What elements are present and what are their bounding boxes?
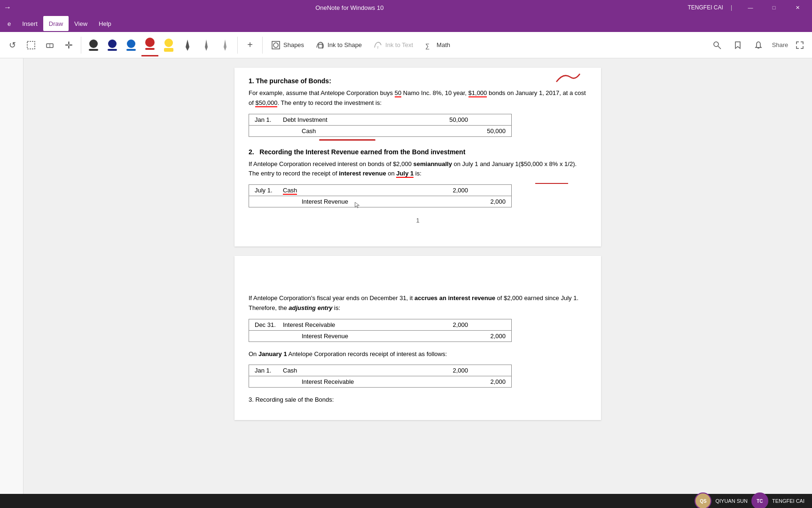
lasso-select-button[interactable] (23, 36, 39, 55)
move-button[interactable]: ✛ (60, 36, 77, 55)
shapes-icon (271, 40, 281, 50)
minimize-button[interactable]: — (740, 0, 761, 15)
undo-button[interactable]: ↺ (4, 36, 21, 55)
pen-fine1[interactable] (179, 34, 196, 56)
main-area: 1. The purchase of Bonds: For example, a… (0, 58, 812, 494)
share-button[interactable]: Share (771, 36, 788, 55)
maximize-button[interactable]: □ (763, 0, 785, 15)
journal-row-1: Jan 1. Debt Investment 50,000 (249, 114, 511, 125)
back-icon[interactable]: → (4, 3, 11, 12)
journal-debit-3: 2,000 (430, 187, 468, 194)
journal-account-debit-2: Cash (283, 187, 430, 194)
journal-row-2: Cash 50,000 (249, 125, 511, 136)
avatar-container: QS QIYUAN SUN TC TENGFEI CAI (695, 492, 804, 508)
underline-50: 50 (395, 89, 401, 97)
journal-dec-debit-1: 2,000 (430, 321, 468, 328)
journal-jan-date-1: Jan 1. (255, 367, 283, 374)
pen-indicator-black (89, 49, 98, 51)
journal-dec-row-1: Dec 31. Interest Receivable 2,000 (249, 319, 511, 330)
semiannually-bold: semiannually (414, 160, 452, 167)
bell-button[interactable] (750, 36, 767, 55)
pen-darkblue[interactable] (104, 34, 121, 56)
pen-dot-yellow (164, 39, 173, 47)
pen-dot-blue (127, 40, 135, 48)
red-line-cash (319, 139, 375, 141)
journal-dec: Dec 31. Interest Receivable 2,000 Intere… (249, 319, 512, 342)
move-icon: ✛ (65, 40, 73, 51)
journal-credit-2: 50,000 (468, 127, 506, 135)
bell-icon (754, 41, 763, 49)
pen-red[interactable] (141, 34, 158, 56)
highlighter-yellow[interactable] (160, 34, 177, 56)
pen-indicator-red (145, 48, 155, 50)
pen-blue[interactable] (123, 34, 140, 56)
ink-to-text-tool[interactable]: T Ink to Text (368, 39, 418, 52)
ink-to-shape-label: Ink to Shape (328, 41, 362, 48)
search-icon (713, 41, 721, 49)
separator-1 (81, 37, 81, 54)
math-label: Math (437, 41, 450, 48)
svg-rect-0 (27, 41, 35, 49)
add-button[interactable]: + (242, 36, 258, 55)
menubar: e Insert Draw View Help (0, 15, 812, 32)
math-tool[interactable]: ∑ Math (420, 39, 455, 52)
red-annotation-2 (535, 179, 573, 190)
titlebar-right: TENGFEI CAI | — □ ✕ (688, 0, 808, 15)
pen-black[interactable] (85, 34, 102, 56)
january1-bold: January 1 (258, 350, 287, 357)
fine-pen-icon-1 (183, 39, 192, 52)
avatar-user2: TC (751, 492, 768, 508)
underline-50000: $50,000 (255, 99, 277, 107)
menu-view[interactable]: View (69, 16, 93, 31)
close-button[interactable]: ✕ (787, 0, 808, 15)
content-area[interactable]: 1. The purchase of Bonds: For example, a… (23, 58, 812, 494)
pen-dot-darkblue (108, 40, 117, 48)
pen-indicator-yellow (164, 48, 173, 52)
cash-redmark: Cash (283, 187, 297, 195)
bookmark-button[interactable] (729, 36, 746, 55)
pen-fine3[interactable] (217, 34, 234, 56)
avatar-initials-2: TC (757, 499, 763, 504)
ink-to-shape-tool[interactable]: Ink to Shape (311, 39, 367, 52)
shapes-tool[interactable]: Shapes (266, 39, 309, 52)
section1-body: For example, assume that Antelope Corpor… (249, 88, 587, 108)
menu-insert[interactable]: Insert (16, 16, 43, 31)
avatar-initials-1: QS (700, 499, 706, 504)
journal-1: Jan 1. Debt Investment 50,000 Cash 50,00… (249, 114, 512, 137)
pen-indicator-darkblue (108, 49, 117, 51)
journal-dec-credit-2: 2,000 (468, 333, 506, 340)
ink-to-text-label: Ink to Text (385, 41, 413, 48)
pen-dot-black (89, 40, 98, 48)
svg-line-9 (718, 46, 721, 49)
eraser-icon (45, 40, 55, 50)
expand-button[interactable] (791, 36, 808, 55)
app-title: OneNote for Windows 10 (11, 4, 688, 11)
journal-account-credit-2: Interest Revenue (283, 198, 430, 205)
left-panel (0, 58, 23, 494)
menu-help[interactable]: Help (93, 16, 117, 31)
journal-account-debit-1: Debt Investment (283, 116, 430, 123)
journal-row-3: July 1. Cash 2,000 (249, 185, 511, 196)
user1-name: QIYUAN SUN (715, 498, 747, 504)
journal-row-4: Interest Revenue 2,000 (249, 196, 511, 207)
toolbar-right-icons: Share (709, 36, 808, 55)
ink-to-text-icon: T (373, 40, 383, 50)
journal-jan-account-1: Cash (283, 367, 430, 374)
fine-pen-icon-2 (202, 39, 211, 52)
eraser-button[interactable] (41, 36, 58, 55)
page-2: If Antelope Corporation's fiscal year en… (234, 256, 601, 420)
svg-rect-5 (319, 44, 322, 48)
journal-dec-account-2: Interest Revenue (283, 333, 430, 340)
window-controls: — □ ✕ (740, 0, 808, 15)
search-button[interactable] (709, 36, 726, 55)
menu-home[interactable]: e (2, 16, 16, 31)
red-annotation-1 (554, 70, 582, 86)
menu-draw[interactable]: Draw (43, 16, 69, 31)
pen-fine2[interactable] (198, 34, 215, 56)
user2-name: TENGFEI CAI (772, 498, 804, 504)
page-number-1: 1 (249, 217, 587, 224)
toolbar: ↺ ✛ (0, 32, 812, 58)
page2-top-space (249, 265, 587, 294)
adjusting-entry-bolditalic: adjusting entry (289, 304, 332, 311)
journal-dec-account-1: Interest Receivable (283, 321, 430, 328)
